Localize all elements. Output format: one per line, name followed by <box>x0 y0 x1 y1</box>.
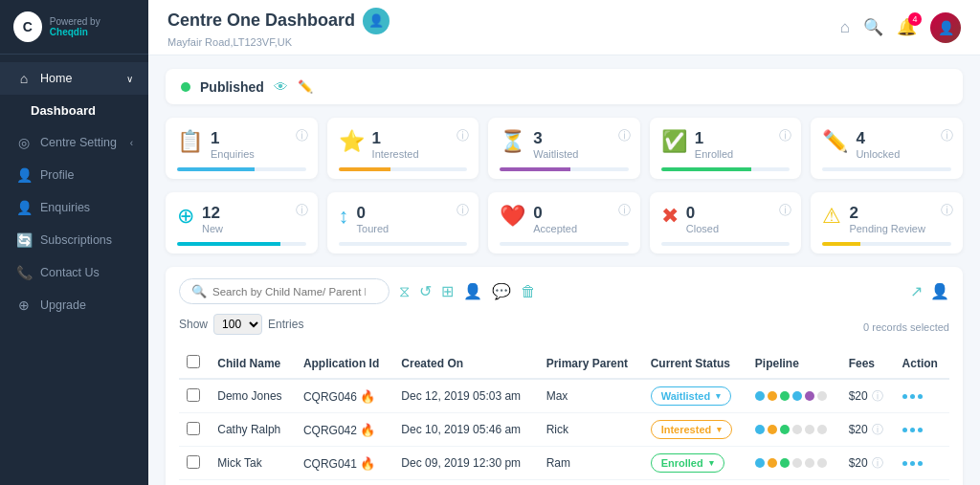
stat-icon-new: ⊕ <box>177 204 194 229</box>
action-menu[interactable] <box>902 428 942 432</box>
user-add-icon[interactable]: 👤 <box>463 282 482 300</box>
table-toolbar: 🔍 ⧖ ↺ ⊞ 👤 💬 🗑 ↗ 👤 <box>179 278 949 304</box>
toolbar-right: ↗ 👤 <box>910 282 949 300</box>
app-id-cell: CQRG046 🔥 <box>296 379 393 413</box>
notification-icon[interactable]: 🔔 4 <box>897 17 917 37</box>
fee-info-icon[interactable]: ⓘ <box>872 422 883 438</box>
info-icon-pending-review[interactable]: ⓘ <box>941 202 953 219</box>
stat-bar-closed <box>661 242 791 246</box>
sidebar-item-home[interactable]: ⌂ Home ∨ <box>0 62 148 95</box>
header-actions: ⌂ 🔍 🔔 4 👤 <box>840 12 961 43</box>
fee-info-icon[interactable]: ⓘ <box>872 455 883 472</box>
row-checkbox[interactable] <box>187 422 200 435</box>
grid-icon[interactable]: ⊞ <box>441 282 454 300</box>
message-icon[interactable]: 💬 <box>492 282 511 300</box>
home-header-icon[interactable]: ⌂ <box>840 18 850 37</box>
stat-icon-enrolled: ✅ <box>661 129 687 154</box>
action-dot <box>910 461 915 466</box>
export-icon[interactable]: ↗ <box>910 282 923 300</box>
sidebar-item-profile[interactable]: 👤 Profile <box>0 159 148 191</box>
sidebar-item-contact-us[interactable]: 📞 Contact Us <box>0 256 148 289</box>
search-header-icon[interactable]: 🔍 <box>863 17 883 37</box>
fire-icon: 🔥 <box>360 423 375 437</box>
action-menu[interactable] <box>902 461 942 466</box>
pipeline-dot <box>768 425 777 434</box>
stat-card-unlocked[interactable]: ✏️ 4 Unlocked ⓘ <box>811 118 963 179</box>
logo-text: Powered by Cheqdin <box>50 16 135 37</box>
notification-badge: 4 <box>908 12 922 26</box>
info-icon-unlocked[interactable]: ⓘ <box>941 127 953 144</box>
fee-info-icon[interactable]: ⓘ <box>872 388 883 405</box>
stat-bar-accepted <box>500 242 629 246</box>
select-all-checkbox[interactable] <box>187 355 200 368</box>
stat-card-toured[interactable]: ↕ 0 Toured ⓘ <box>327 192 479 254</box>
status-badge[interactable]: Waitlisted ▾ <box>651 386 732 406</box>
stat-card-waitlisted[interactable]: ⏳ 3 Waitlisted ⓘ <box>488 118 640 179</box>
info-icon-enquiries[interactable]: ⓘ <box>296 127 308 144</box>
pipeline-dot <box>792 391 802 401</box>
status-badge[interactable]: Interested ▾ <box>651 420 733 439</box>
user-avatar[interactable]: 👤 <box>930 12 961 43</box>
stat-num-pending-review: 2 <box>849 204 951 223</box>
sidebar-nav: ⌂ Home ∨ Dashboard ◎ Centre Setting ‹ 👤 … <box>0 55 148 485</box>
sidebar-item-centre-setting[interactable]: ◎ Centre Setting ‹ <box>0 126 148 159</box>
info-icon-waitlisted[interactable]: ⓘ <box>618 127 631 144</box>
eye-icon[interactable]: 👁 <box>274 78 288 95</box>
stat-card-accepted[interactable]: ❤️ 0 Accepted ⓘ <box>488 192 640 254</box>
stat-icon-accepted: ❤️ <box>500 204 525 229</box>
sidebar-item-dashboard[interactable]: Dashboard <box>0 95 148 126</box>
stat-info-enrolled: 1 Enrolled <box>695 129 791 160</box>
sidebar: C Powered by Cheqdin ⌂ Home ∨ Dashboard … <box>0 0 148 485</box>
info-icon-new[interactable]: ⓘ <box>296 202 308 219</box>
fee-cell: $20 ⓘ <box>841 447 895 480</box>
delete-icon[interactable]: 🗑 <box>521 283 536 300</box>
stat-card-interested[interactable]: ⭐ 1 Interested ⓘ <box>327 118 479 179</box>
pipeline-dots <box>755 458 834 468</box>
refresh-icon[interactable]: ↺ <box>419 282 432 300</box>
action-cell <box>895 379 949 413</box>
search-box[interactable]: 🔍 <box>179 278 390 304</box>
stat-icon-closed: ✖ <box>661 204 679 229</box>
stat-bar-unlocked <box>822 167 951 171</box>
pipeline-dot <box>792 425 802 434</box>
stat-bar-enquiries <box>177 167 306 171</box>
header-title-area: Centre One Dashboard 👤 Mayfair Road,LT12… <box>167 8 840 48</box>
stat-card-new[interactable]: ⊕ 12 New ⓘ <box>166 192 318 254</box>
stat-info-closed: 0 Closed <box>686 204 791 234</box>
show-select[interactable]: 1005025 <box>213 314 262 335</box>
stat-card-closed[interactable]: ✖ 0 Closed ⓘ <box>650 192 802 254</box>
stat-num-unlocked: 4 <box>856 129 951 148</box>
stat-label-closed: Closed <box>686 223 791 234</box>
sidebar-item-subscriptions[interactable]: 🔄 Subscriptions <box>0 224 148 256</box>
action-dot <box>910 394 915 399</box>
pipeline-cell <box>747 379 841 413</box>
stat-label-interested: Interested <box>372 148 468 160</box>
info-icon-closed[interactable]: ⓘ <box>779 202 791 219</box>
row-checkbox[interactable] <box>187 455 200 469</box>
pipeline-dot <box>755 458 765 468</box>
filter-icon[interactable]: ⧖ <box>399 283 410 300</box>
stat-card-pending-review[interactable]: ⚠ 2 Pending Review ⓘ <box>811 192 963 254</box>
stat-num-accepted: 0 <box>533 204 629 223</box>
sidebar-item-enquiries[interactable]: 👤 Enquiries <box>0 191 148 224</box>
info-icon-interested[interactable]: ⓘ <box>457 127 469 144</box>
action-dot <box>918 428 923 432</box>
action-dot <box>902 461 907 466</box>
status-badge[interactable]: Enrolled ▾ <box>651 453 724 473</box>
stat-label-waitlisted: Waitlisted <box>533 148 629 160</box>
stat-card-enrolled[interactable]: ✅ 1 Enrolled ⓘ <box>650 118 802 179</box>
sidebar-item-upgrade[interactable]: ⊕ Upgrade <box>0 289 148 321</box>
search-input[interactable] <box>212 286 366 298</box>
stat-label-enquiries: Enquiries <box>211 148 306 160</box>
stat-info-new: 12 New <box>202 204 306 234</box>
edit-icon[interactable]: ✏️ <box>298 79 313 94</box>
row-checkbox[interactable] <box>187 388 200 402</box>
info-icon-enrolled[interactable]: ⓘ <box>779 127 791 144</box>
action-menu[interactable] <box>902 394 942 399</box>
pipeline-dot <box>755 391 765 401</box>
info-icon-accepted[interactable]: ⓘ <box>618 202 631 219</box>
stat-label-new: New <box>202 223 306 234</box>
stat-card-enquiries[interactable]: 📋 1 Enquiries ⓘ <box>166 118 318 179</box>
import-icon[interactable]: 👤 <box>930 282 949 300</box>
info-icon-toured[interactable]: ⓘ <box>457 202 469 219</box>
